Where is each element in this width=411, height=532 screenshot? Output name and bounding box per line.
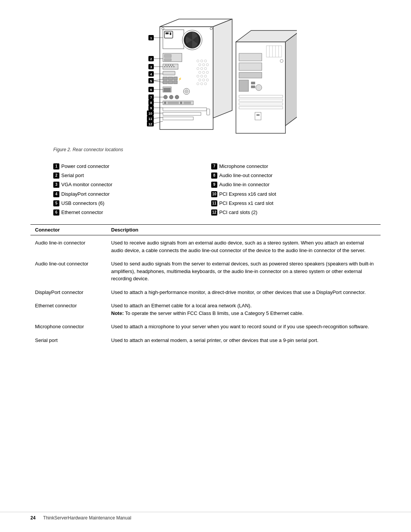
svg-rect-34 <box>164 88 170 92</box>
table-row: DisplayPort connectorUsed to attach a hi… <box>30 286 381 299</box>
svg-rect-26 <box>163 77 167 80</box>
connector-name: Audio line-in connector <box>30 235 107 257</box>
svg-rect-44 <box>163 112 201 115</box>
table-row: Serial portUsed to attach an external mo… <box>30 334 381 347</box>
svg-rect-115 <box>251 86 255 88</box>
legend-item: 11PCI Express x1 card slot <box>211 199 358 208</box>
connector-name: DisplayPort connector <box>30 286 107 299</box>
legend-label: Ethernet connector <box>61 209 103 216</box>
legend-label: PCI card slots (2) <box>219 209 257 216</box>
col1-header: Connector <box>30 225 107 235</box>
svg-point-16 <box>164 66 166 67</box>
svg-rect-112 <box>239 72 262 78</box>
connector-name: Microphone connector <box>30 320 107 334</box>
svg-text:7: 7 <box>150 96 152 99</box>
legend-item: 12PCI card slots (2) <box>211 208 358 217</box>
svg-point-116 <box>256 85 262 91</box>
legend-label: PCI Express x1 card slot <box>219 200 273 207</box>
svg-text:6: 6 <box>150 88 152 92</box>
legend-item: 4DisplayPort connector <box>53 190 200 198</box>
svg-rect-45 <box>163 117 193 120</box>
connector-table: Connector Description Audio line-in conn… <box>30 224 381 347</box>
table-row: Microphone connectorUsed to attach a mic… <box>30 320 381 334</box>
rear-connector-diagram: ⚡ <box>114 15 297 145</box>
svg-rect-110 <box>239 53 262 61</box>
svg-rect-46 <box>207 109 210 115</box>
svg-point-17 <box>167 66 168 67</box>
svg-rect-4 <box>164 31 173 38</box>
svg-rect-128 <box>256 114 260 116</box>
svg-rect-120 <box>239 107 283 109</box>
svg-text:8: 8 <box>150 101 152 105</box>
legend-label: Serial port <box>61 172 84 179</box>
svg-rect-40 <box>167 102 179 104</box>
table-row: Ethernet connectorUsed to attach an Ethe… <box>30 299 381 320</box>
svg-point-10 <box>162 27 164 30</box>
legend-badge: 6 <box>53 209 59 216</box>
svg-rect-118 <box>239 99 283 101</box>
svg-rect-42 <box>183 102 191 104</box>
svg-text:10: 10 <box>148 112 152 115</box>
legend-item: 9Audio line-in connector <box>211 181 358 189</box>
svg-point-69 <box>185 89 188 93</box>
legend-badge: 7 <box>211 163 217 169</box>
col2-header: Description <box>107 225 381 235</box>
legend-item: 7Microphone connector <box>211 162 358 171</box>
page: ⚡ <box>0 0 411 532</box>
svg-text:5: 5 <box>150 79 152 83</box>
legend-label: Power cord connector <box>61 163 109 170</box>
legend-item: 1Power cord connector <box>53 162 200 171</box>
figure-caption: Figure 2. Rear connector locations <box>53 147 123 152</box>
figure-area: ⚡ <box>30 15 381 158</box>
legend-badge: 10 <box>211 191 217 197</box>
legend-item: 5USB connectors (6) <box>53 199 200 208</box>
svg-rect-114 <box>251 82 255 84</box>
svg-point-21 <box>166 65 167 66</box>
legend-badge: 1 <box>53 163 59 169</box>
svg-rect-14 <box>164 59 171 61</box>
legend-badge: 9 <box>211 182 217 188</box>
svg-text:12: 12 <box>148 122 152 126</box>
legend-badge: 11 <box>211 200 217 206</box>
connector-name: Serial port <box>30 334 107 347</box>
connector-description: Used to attach a microphone to your serv… <box>107 320 381 334</box>
svg-text:4: 4 <box>150 72 152 76</box>
svg-rect-41 <box>180 102 182 104</box>
svg-rect-127 <box>255 112 261 120</box>
connector-name: Audio line-out connector <box>30 257 107 286</box>
svg-rect-119 <box>239 103 283 105</box>
svg-marker-2 <box>213 19 232 118</box>
legend-badge: 12 <box>211 209 217 216</box>
legend-badge: 4 <box>53 191 59 197</box>
connector-name: Ethernet connector <box>30 299 107 320</box>
svg-rect-5 <box>166 32 169 34</box>
svg-marker-109 <box>285 30 297 126</box>
legend-item: 8Audio line-out connector <box>211 171 358 180</box>
svg-point-23 <box>170 65 171 66</box>
svg-rect-25 <box>163 71 175 75</box>
svg-rect-13 <box>164 54 171 58</box>
legend-badge: 3 <box>53 182 59 188</box>
table-row: Audio line-out connectorUsed to send aud… <box>30 257 381 286</box>
svg-text:3: 3 <box>150 65 152 69</box>
connector-description: Used to receive audio signals from an ex… <box>107 235 381 257</box>
svg-rect-39 <box>164 102 166 104</box>
svg-point-24 <box>172 65 174 66</box>
legend: 1Power cord connector7Microphone connect… <box>53 162 358 217</box>
legend-item: 6Ethernet connector <box>53 208 200 217</box>
legend-item: 10PCI Express x16 card slot <box>211 190 358 198</box>
svg-point-35 <box>164 95 167 99</box>
svg-text:2: 2 <box>150 57 152 61</box>
svg-rect-117 <box>239 95 283 97</box>
legend-label: VGA monitor connector <box>61 181 112 188</box>
figure-drawing: ⚡ <box>114 15 297 145</box>
svg-point-36 <box>169 95 173 99</box>
legend-badge: 2 <box>53 173 59 179</box>
legend-label: Microphone connector <box>219 163 268 170</box>
svg-rect-29 <box>168 81 173 84</box>
svg-rect-27 <box>168 77 173 80</box>
svg-text:1: 1 <box>150 36 152 40</box>
svg-point-20 <box>174 66 175 67</box>
legend-label: Audio line-out connector <box>219 172 272 179</box>
svg-point-11 <box>210 27 212 30</box>
